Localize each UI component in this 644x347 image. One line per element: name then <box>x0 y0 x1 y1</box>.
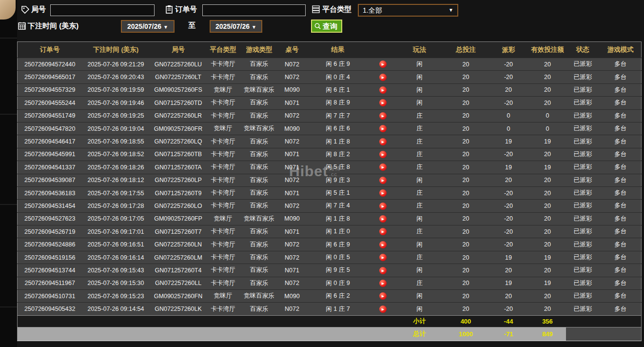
cell-game-type: 竞咪百家乐 <box>239 212 279 225</box>
play-icon[interactable]: ▶ <box>379 292 387 300</box>
order-no-input[interactable] <box>202 4 306 16</box>
cell-bet-time: 2025-07-26 09:17:05 <box>82 212 150 225</box>
date-to-select[interactable]: 2025/07/26▼ <box>210 20 262 33</box>
column-header-game-type: 游戏类型 <box>239 42 279 58</box>
cell-result: 闲 7 庄 4 <box>305 200 371 212</box>
play-icon[interactable]: ▶ <box>379 306 387 313</box>
table-row: 2507260945413372025-07-26 09:18:26GN0712… <box>18 161 642 174</box>
play-icon[interactable]: ▶ <box>379 138 387 145</box>
cell-game-type: 百家乐 <box>239 71 279 83</box>
cell-game-type: 百家乐 <box>239 186 279 199</box>
cell-play-type: 闲 <box>395 58 444 71</box>
cell-play-type: 庄 <box>395 148 444 161</box>
platform-type-select[interactable]: 1.全部 ▼ <box>358 4 458 17</box>
cell-play-type: 庄 <box>395 186 444 199</box>
cell-payout: 0 <box>488 122 529 135</box>
table-row: 2507260945573292025-07-26 09:19:59GM0902… <box>18 83 642 96</box>
background-panel-corner <box>0 0 16 20</box>
play-icon[interactable]: ▶ <box>379 267 387 274</box>
column-header-valid-bet: 有效投注额 <box>529 42 566 58</box>
play-icon[interactable]: ▶ <box>379 99 387 106</box>
play-icon[interactable]: ▶ <box>379 254 387 261</box>
cell-status: 已派彩 <box>566 238 600 251</box>
cell-payout: -20 <box>488 71 529 83</box>
platform-type-value: 1.全部 <box>363 6 382 14</box>
table-row: 2507260945517492025-07-26 09:19:25GN0722… <box>18 109 642 122</box>
cell-order-no: 250726094505432 <box>18 303 82 315</box>
cell-result: 闲 1 庄 0 <box>305 225 371 238</box>
cell-total-bet: 20 <box>444 148 488 161</box>
cell-payout: 20 <box>488 174 529 186</box>
cell-round-no: GN072257260LK <box>150 303 207 315</box>
cell-game-mode: 多台 <box>600 212 642 225</box>
cell-replay: ▶ <box>371 225 395 238</box>
table-row: 2507260945137442025-07-26 09:15:43GN0712… <box>18 264 642 277</box>
betting-records-table: 订单号下注时间 (美东)局号平台类型游戏类型桌号结果玩法总投注派彩有效投注额状态… <box>17 41 642 341</box>
table-row: 2507260945459912025-07-26 09:18:52GN0712… <box>18 148 642 161</box>
cell-table-no: N072 <box>279 277 305 289</box>
cell-payout: 19 <box>488 161 529 174</box>
cell-status: 已派彩 <box>566 58 600 71</box>
cell-game-type: 百家乐 <box>239 109 279 122</box>
play-icon[interactable]: ▶ <box>379 163 387 171</box>
column-header-payout: 派彩 <box>488 42 529 58</box>
cell-valid-bet: 20 <box>529 174 566 186</box>
round-no-input[interactable] <box>50 4 155 16</box>
play-icon[interactable]: ▶ <box>379 112 387 120</box>
play-icon[interactable]: ▶ <box>379 228 387 235</box>
date-from-select[interactable]: 2025/07/26▼ <box>121 20 175 33</box>
cell-status: 已派彩 <box>566 225 600 238</box>
cell-replay: ▶ <box>371 251 395 264</box>
chevron-down-icon: ▼ <box>163 24 168 30</box>
play-icon[interactable]: ▶ <box>379 189 387 197</box>
cell-round-no: GM090257260FS <box>150 83 207 96</box>
play-icon[interactable]: ▶ <box>379 151 387 158</box>
cell-bet-time: 2025-07-26 09:14:54 <box>82 303 150 315</box>
cell-total-bet: 20 <box>444 83 488 96</box>
table-row: 2507260945361832025-07-26 09:17:55GN0712… <box>18 186 642 199</box>
cell-status: 已派彩 <box>566 148 600 161</box>
cell-bet-time: 2025-07-26 09:15:43 <box>82 264 150 277</box>
cell-status: 已派彩 <box>566 71 600 83</box>
play-icon[interactable]: ▶ <box>379 61 387 68</box>
cell-bet-time: 2025-07-26 09:18:55 <box>82 135 150 148</box>
cell-play-type: 庄 <box>395 251 444 264</box>
cell-result: 闲 1 庄 8 <box>305 212 371 225</box>
chevron-down-icon: ▼ <box>252 24 256 30</box>
cell-status: 已派彩 <box>566 290 600 303</box>
cell-table-no: N071 <box>279 148 305 161</box>
cell-table-no: N072 <box>279 303 305 315</box>
to-label: 至 <box>188 21 195 30</box>
play-icon[interactable]: ▶ <box>379 177 387 184</box>
cell-payout: -20 <box>488 225 529 238</box>
cell-status: 已派彩 <box>566 122 600 135</box>
divider <box>0 38 17 39</box>
cell-round-no: GN072257260LM <box>150 251 207 264</box>
cell-replay: ▶ <box>371 148 395 161</box>
play-icon[interactable]: ▶ <box>379 241 387 248</box>
chevron-down-icon: ▼ <box>449 5 453 16</box>
cell-total-bet: 20 <box>444 135 488 148</box>
cell-order-no: 250726094557329 <box>18 83 82 96</box>
cell-game-type: 百家乐 <box>239 148 279 161</box>
cell-game-type: 百家乐 <box>239 264 279 277</box>
cell-status: 已派彩 <box>566 109 600 122</box>
cell-bet-time: 2025-07-26 09:15:30 <box>82 277 150 289</box>
cell-platform-type: 卡卡湾厅 <box>207 303 239 315</box>
cell-platform-type: 卡卡湾厅 <box>207 277 239 289</box>
cell-bet-time: 2025-07-26 09:17:55 <box>82 186 150 199</box>
play-icon[interactable]: ▶ <box>379 86 387 94</box>
cell-bet-time: 2025-07-26 09:16:14 <box>82 251 150 264</box>
play-icon[interactable]: ▶ <box>379 280 387 287</box>
search-button[interactable]: 查询 <box>311 20 342 33</box>
play-icon[interactable]: ▶ <box>379 125 387 132</box>
cell-play-type: 闲 <box>395 212 444 225</box>
play-icon[interactable]: ▶ <box>379 74 387 81</box>
play-icon[interactable]: ▶ <box>379 203 387 210</box>
play-icon[interactable]: ▶ <box>379 215 387 223</box>
cell-game-mode: 多台 <box>600 303 642 315</box>
cell-table-no: N072 <box>279 251 305 264</box>
cell-round-no: GN072257260LO <box>150 200 207 212</box>
cell-replay: ▶ <box>371 200 395 212</box>
cell-total-bet: 20 <box>444 264 488 277</box>
